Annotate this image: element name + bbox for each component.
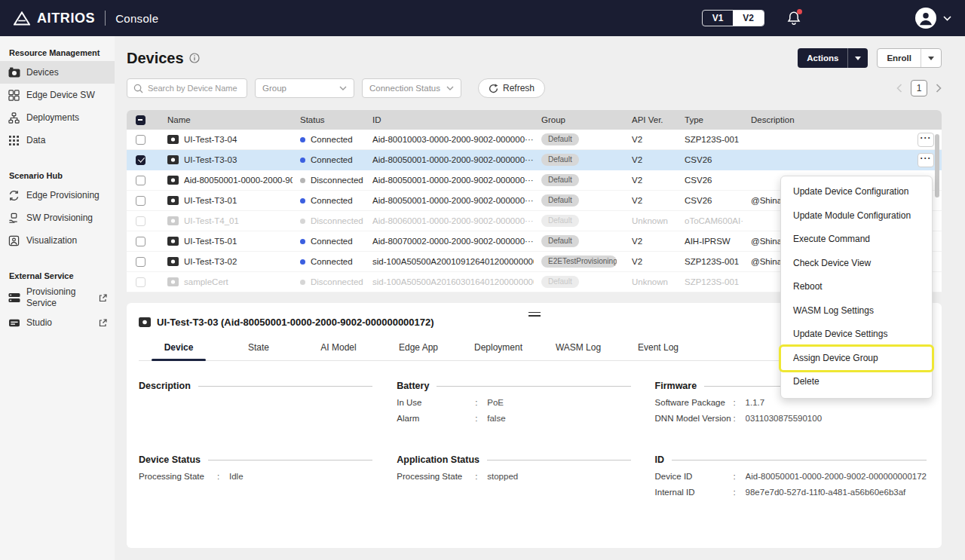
sidebar-item-label: Provisioning Service <box>26 286 93 309</box>
group-badge: Default <box>541 194 579 207</box>
table-row-selected[interactable]: UI-Test-T3-03 Connected Aid-80050001-000… <box>127 150 942 170</box>
row-checkbox[interactable] <box>136 277 146 287</box>
group-badge: E2ETestProvisioningGr··· <box>541 256 617 268</box>
separator <box>734 414 746 423</box>
connection-status-filter[interactable]: Connection Status <box>362 78 461 98</box>
sidebar-item-data[interactable]: Data <box>0 129 115 151</box>
device-id: sid-100A50500A2016030164012000000000 <box>365 277 534 286</box>
sidebar-item-label: Devices <box>26 67 107 78</box>
notification-bell-icon[interactable] <box>786 9 802 27</box>
actions-dropdown-caret-icon <box>848 57 868 60</box>
device-icon <box>139 317 151 327</box>
status-dot <box>300 178 305 183</box>
status-text: Disconnected <box>311 277 363 286</box>
row-checkbox[interactable] <box>136 196 146 206</box>
device-name: UI-Test-T4_01 <box>184 216 239 225</box>
user-avatar[interactable] <box>915 8 936 29</box>
info-icon[interactable] <box>189 53 200 63</box>
tab-state[interactable]: State <box>219 336 299 360</box>
select-all-checkbox[interactable] <box>136 115 146 125</box>
menu-item-reboot[interactable]: Reboot <box>781 275 932 299</box>
refresh-button-label: Refresh <box>503 83 535 93</box>
search-input[interactable] <box>148 84 240 93</box>
actions-button[interactable]: Actions <box>798 48 868 68</box>
tab-device[interactable]: Device <box>139 336 219 360</box>
sidebar-item-deployments[interactable]: Deployments <box>0 106 115 129</box>
api-version: V2 <box>624 135 677 144</box>
sidebar-item-edge-device-sw[interactable]: Edge Device SW <box>0 84 115 106</box>
sidebar-item-visualization[interactable]: Visualization <box>0 229 115 252</box>
sidebar-item-edge-provisioning[interactable]: Edge Provisioning <box>0 184 115 207</box>
field-label: DNN Model Version <box>655 414 734 423</box>
row-checkbox[interactable] <box>136 135 146 145</box>
tab-ai-model[interactable]: AI Model <box>299 336 378 360</box>
api-version: V2 <box>624 155 677 164</box>
app-name: Console <box>115 12 158 25</box>
tab-wasm-log[interactable]: WASM Log <box>538 336 618 360</box>
tab-deployment[interactable]: Deployment <box>458 336 538 360</box>
sidebar-item-provisioning-service[interactable]: Provisioning Service <box>0 284 115 311</box>
separator <box>734 488 746 497</box>
section-title: Firmware <box>655 381 697 391</box>
device-type: oToCAM600AI··· <box>677 216 743 225</box>
sidebar-item-sw-provisioning[interactable]: SW Provisioning <box>0 207 115 229</box>
row-actions-button[interactable]: ··· <box>918 133 934 147</box>
menu-item-delete[interactable]: Delete <box>781 370 932 394</box>
field-label: Processing State <box>139 472 217 481</box>
separator <box>475 414 487 423</box>
column-header-description: Description <box>743 115 910 124</box>
user-menu-chevron-icon[interactable] <box>943 16 951 21</box>
tab-event-log[interactable]: Event Log <box>618 336 698 360</box>
row-checkbox[interactable] <box>136 176 146 185</box>
application-status-section: Application Status Processing Statestopp… <box>397 454 630 497</box>
menu-item-update-device-configuration[interactable]: Update Device Configuration <box>781 180 932 204</box>
refresh-button[interactable]: Refresh <box>478 78 545 98</box>
current-page[interactable]: 1 <box>911 80 927 96</box>
status-text: Connected <box>311 155 353 164</box>
data-icon <box>8 136 20 145</box>
menu-item-check-device-view[interactable]: Check Device View <box>781 252 932 276</box>
device-id: Aid-80050001-0000-2000-9002-000000··· <box>365 176 534 185</box>
chevron-down-icon <box>339 86 347 90</box>
menu-item-execute-command[interactable]: Execute Command <box>781 228 932 252</box>
device-icon <box>167 216 179 225</box>
group-badge: Default <box>541 133 579 146</box>
device-name: UI-Test-T3-02 <box>184 257 237 266</box>
column-header-id: ID <box>365 115 534 124</box>
status-dot <box>300 239 305 244</box>
version-v2-button[interactable]: V2 <box>733 11 764 26</box>
connection-status-filter-label: Connection Status <box>369 84 446 93</box>
device-type: CSV26 <box>677 155 743 164</box>
row-checkbox[interactable] <box>136 257 146 267</box>
tab-edge-app[interactable]: Edge App <box>378 336 458 360</box>
device-type: CSV26 <box>677 196 743 205</box>
menu-item-wasm-log-settings[interactable]: WASM Log Settings <box>781 299 932 323</box>
row-checkbox[interactable] <box>136 216 146 226</box>
menu-item-assign-device-group[interactable]: Assign Device Group <box>781 347 932 371</box>
table-scrollbar-thumb[interactable] <box>935 134 939 197</box>
sidebar-item-label: Studio <box>26 317 93 329</box>
row-checkbox[interactable] <box>136 155 146 165</box>
device-search-box[interactable] <box>127 78 247 98</box>
menu-item-update-module-configuration[interactable]: Update Module Configuration <box>781 204 932 228</box>
table-row[interactable]: UI-Test-T3-04 Connected Aid-80010003-000… <box>127 130 942 150</box>
deployments-icon <box>8 112 20 124</box>
version-v1-button[interactable]: V1 <box>703 11 734 26</box>
sidebar-item-label: Edge Provisioning <box>26 190 107 201</box>
next-page-icon[interactable] <box>936 84 942 93</box>
group-filter[interactable]: Group <box>255 78 354 98</box>
sidebar-item-devices[interactable]: Devices <box>0 61 115 84</box>
panel-drag-handle[interactable] <box>528 310 541 318</box>
device-id: Aid-80050001-0000-2000-9002-000000··· <box>365 155 534 164</box>
aitrios-logo-icon <box>14 11 30 26</box>
device-name: UI-Test-T5-01 <box>184 237 237 246</box>
provisioning-service-icon <box>8 292 20 303</box>
group-filter-label: Group <box>262 84 339 93</box>
row-actions-button[interactable]: ··· <box>918 153 934 167</box>
prev-page-icon[interactable] <box>896 84 902 93</box>
enroll-button[interactable]: Enroll <box>877 48 942 68</box>
menu-item-update-device-settings[interactable]: Update Device Settings <box>781 323 932 347</box>
app-root: AITRIOS Console V1 V2 Resource Managemen… <box>0 0 965 560</box>
sidebar-item-studio[interactable]: Studio <box>0 311 115 334</box>
row-checkbox[interactable] <box>136 237 146 246</box>
